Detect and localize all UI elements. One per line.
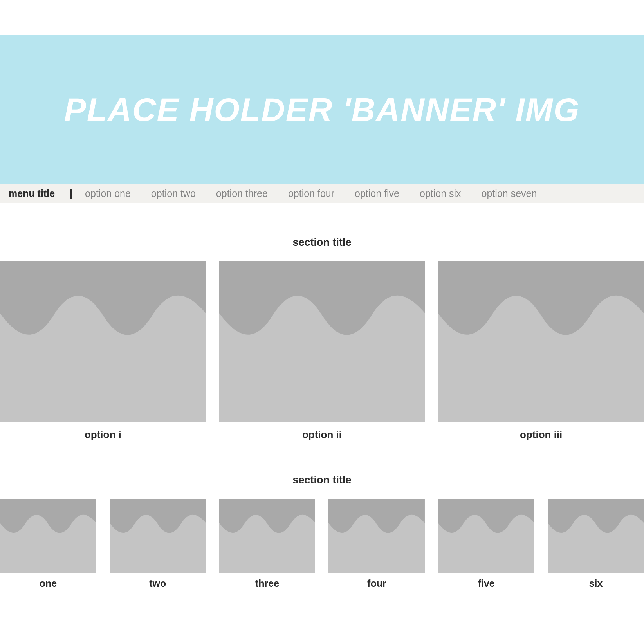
wave-icon [219, 499, 316, 573]
thumbnail-placeholder [219, 261, 425, 422]
card-label: three [255, 578, 279, 589]
card-label: six [589, 578, 603, 589]
wave-icon [328, 499, 425, 573]
card-six[interactable]: six [548, 499, 644, 589]
card-label: four [367, 578, 386, 589]
card-three[interactable]: three [219, 499, 316, 589]
wave-icon [548, 499, 644, 573]
card-label: five [478, 578, 495, 589]
thumbnail-placeholder [548, 499, 644, 573]
menu-option-seven[interactable]: option seven [482, 188, 537, 199]
card-label: one [40, 578, 57, 589]
banner-text: Place holder 'banner' img [64, 91, 580, 129]
section-small: section title one two [0, 474, 644, 589]
section-large-row: option i option ii option iii [0, 261, 644, 441]
card-label: option i [85, 429, 121, 441]
section-small-title: section title [0, 474, 644, 486]
card-option-ii[interactable]: option ii [219, 261, 425, 441]
card-option-iii[interactable]: option iii [438, 261, 644, 441]
menu-option-one[interactable]: option one [85, 188, 131, 199]
thumbnail-placeholder [0, 499, 96, 573]
menu-option-four[interactable]: option four [288, 188, 334, 199]
section-large: section title option i option ii [0, 236, 644, 441]
thumbnail-placeholder [110, 499, 206, 573]
thumbnail-placeholder [438, 499, 534, 573]
thumbnail-placeholder [328, 499, 425, 573]
card-five[interactable]: five [438, 499, 534, 589]
thumbnail-placeholder [438, 261, 644, 422]
menu-option-two[interactable]: option two [151, 188, 196, 199]
card-option-i[interactable]: option i [0, 261, 206, 441]
wave-icon [219, 261, 425, 422]
card-four[interactable]: four [328, 499, 425, 589]
menu-separator: | [70, 188, 72, 199]
wave-icon [0, 499, 96, 573]
menu-bar: menu title | option one option two optio… [0, 184, 644, 203]
section-small-row: one two three four [0, 499, 644, 589]
card-label: option ii [302, 429, 342, 441]
menu-title: menu title [9, 188, 55, 199]
menu-option-five[interactable]: option five [355, 188, 399, 199]
card-two[interactable]: two [110, 499, 206, 589]
banner: Place holder 'banner' img [0, 35, 644, 184]
menu-options: option one option two option three optio… [85, 188, 537, 199]
wave-icon [0, 261, 206, 422]
card-one[interactable]: one [0, 499, 96, 589]
section-large-title: section title [0, 236, 644, 249]
wave-icon [438, 499, 534, 573]
wave-icon [110, 499, 206, 573]
card-label: option iii [520, 429, 562, 441]
card-label: two [149, 578, 166, 589]
thumbnail-placeholder [0, 261, 206, 422]
menu-option-three[interactable]: option three [216, 188, 268, 199]
wave-icon [438, 261, 644, 422]
thumbnail-placeholder [219, 499, 316, 573]
menu-option-six[interactable]: option six [420, 188, 461, 199]
